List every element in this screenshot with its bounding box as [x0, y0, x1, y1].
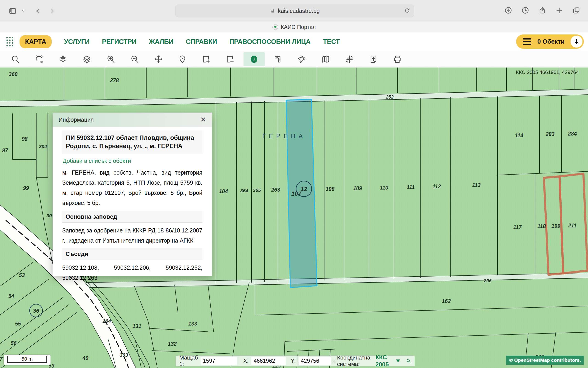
coordinate-search-icon[interactable]	[406, 357, 411, 365]
parcel-number-label: 283	[545, 131, 555, 137]
info-dialog-header[interactable]: Информация ✕	[53, 112, 212, 127]
parcel-number-label: 55	[15, 321, 21, 327]
parcel-number-label: 99	[23, 185, 29, 191]
nav-items: КАРТАУСЛУГИРЕГИСТРИЖАЛБИСПРАВКИПРАВОСПОС…	[19, 35, 340, 48]
parcel-number-label: 252	[386, 94, 394, 100]
tab-overview-icon[interactable]	[572, 6, 580, 14]
map-toolbar: i	[0, 51, 588, 67]
parcel-number-label: 56	[10, 340, 17, 346]
parcel-number-label: 211	[568, 223, 577, 229]
downloads-icon[interactable]	[504, 6, 512, 14]
url-text: kais.cadastre.bg	[278, 8, 320, 14]
parcel-number-label: 111	[407, 184, 415, 190]
selected-parcel[interactable]	[286, 99, 317, 288]
parcel-number-label: 365	[253, 187, 261, 193]
parcel-number-label: 199	[551, 223, 560, 229]
close-icon[interactable]: ✕	[200, 116, 206, 123]
parcel-number-label: 114	[515, 133, 524, 138]
lock-icon	[270, 8, 276, 14]
tool-coordinates-grid-icon[interactable]	[339, 52, 360, 66]
scale-bar-label: 50 m	[22, 356, 33, 362]
tool-pan-icon[interactable]	[148, 52, 169, 66]
add-to-objects-link[interactable]: Добави в списък с обекти	[63, 157, 131, 164]
parcel-number-label: 304	[39, 144, 47, 149]
parcel-number-label: 98	[22, 136, 28, 142]
tool-overview-map-icon[interactable]	[315, 52, 336, 66]
map-viewport[interactable]: 3602782529897304993010436436526310710810…	[0, 67, 588, 368]
tool-measure-length-icon[interactable]	[267, 52, 288, 66]
tool-zoom-out-icon[interactable]	[124, 52, 145, 66]
nav-item-тест[interactable]: ТЕСТ	[323, 38, 340, 46]
parcel-number-label: 132	[168, 341, 177, 347]
tool-zoom-in-icon[interactable]	[100, 52, 121, 66]
parcel-number-label: 104	[219, 188, 228, 194]
objects-pill[interactable]: 0 Обекти	[516, 35, 584, 49]
parcel-number-label: 113	[472, 182, 481, 188]
crs-label: Координатна система:	[337, 354, 372, 367]
parcel-number-label: 364	[240, 188, 248, 193]
share-icon[interactable]	[538, 6, 546, 14]
area-name-label: ГЕРЕНА	[262, 133, 306, 140]
scale-input[interactable]	[201, 357, 237, 365]
nav-item-справки[interactable]: СПРАВКИ	[186, 38, 217, 46]
crs-select-value[interactable]: ККС 2005	[376, 354, 392, 368]
collapse-circle[interactable]	[570, 36, 582, 47]
arrow-down-icon	[573, 38, 580, 45]
nav-item-карта[interactable]: КАРТА	[19, 35, 52, 48]
nav-item-услуги[interactable]: УСЛУГИ	[64, 38, 90, 46]
tool-layers-icon[interactable]	[76, 52, 97, 66]
parcel-number-label: 110	[380, 185, 388, 191]
y-coordinate-input[interactable]	[299, 357, 331, 365]
tool-export-icon[interactable]	[363, 52, 384, 66]
chevron-down-icon[interactable]	[21, 9, 26, 14]
reload-icon[interactable]	[404, 7, 411, 14]
tool-select-rect-add-icon[interactable]	[196, 52, 217, 66]
parcel-number-label: 303	[120, 352, 128, 358]
nav-item-регистри[interactable]: РЕГИСТРИ	[102, 38, 137, 46]
tool-search-icon[interactable]	[5, 52, 26, 66]
address-bar[interactable]: kais.cadastre.bg	[175, 5, 414, 17]
x-coordinate-input[interactable]	[251, 357, 286, 365]
hamburger-icon	[523, 38, 531, 45]
back-icon[interactable]	[34, 7, 42, 15]
parcel-number-label: 133	[188, 321, 197, 327]
tool-measure-area-icon[interactable]	[291, 52, 312, 66]
tool-print-icon[interactable]	[387, 52, 408, 66]
popup-section-text: 59032.12.108, 59032.12.206, 59032.12.252…	[62, 263, 202, 283]
tab-title: КАИС Портал	[281, 24, 316, 30]
nav-item-правоспособни-лица[interactable]: ПРАВОСПОСОБНИ ЛИЦА	[230, 38, 311, 46]
popup-section-title: Съседи	[62, 248, 202, 260]
parcel-number-label: 7	[0, 356, 3, 362]
x-label: X:	[243, 358, 248, 364]
parcel-number-label: 360	[9, 71, 18, 77]
popup-section-text: Заповед за одобрение на КККР РД-18-86/10…	[62, 225, 202, 246]
forward-icon[interactable]	[48, 7, 56, 15]
history-icon[interactable]	[521, 6, 529, 14]
portal-navbar: КАРТАУСЛУГИРЕГИСТРИЖАЛБИСПРАВКИПРАВОСПОС…	[0, 32, 588, 51]
site-favicon	[272, 24, 278, 30]
tab-bar[interactable]: КАИС Портал	[0, 22, 588, 32]
osm-attribution[interactable]: © OpenStreetMap contributors.	[506, 356, 584, 365]
parcel-number-label: 54	[8, 293, 14, 299]
apps-grid-icon[interactable]	[6, 37, 14, 47]
scale-label: Мащаб 1:	[179, 354, 198, 367]
sidebar-toggle-icon[interactable]	[9, 7, 17, 15]
nav-item-жалби[interactable]: ЖАЛБИ	[149, 38, 174, 46]
parcel-number-label: 97	[2, 147, 8, 153]
parcel-number-label: 30	[46, 213, 52, 218]
tool-locate-icon[interactable]	[172, 52, 193, 66]
tool-info-icon[interactable]: i	[243, 52, 265, 66]
parcel-description: м. ГЕРЕНА, вид собств. Частна, вид терит…	[62, 167, 202, 208]
info-dialog-title: Информация	[59, 117, 94, 123]
objects-count-label: 0 Обекти	[537, 38, 565, 45]
popup-section-title: Основна заповед	[62, 211, 202, 223]
tool-select-rect-remove-icon[interactable]	[220, 52, 241, 66]
browser-toolbar: kais.cadastre.bg	[0, 0, 588, 22]
tool-select-related-icon[interactable]	[28, 52, 50, 66]
parcel-number-label: 117	[513, 224, 522, 230]
new-tab-icon[interactable]	[555, 6, 563, 14]
crs-dropdown-caret[interactable]	[396, 359, 400, 362]
map-status-bar: Мащаб 1: X: Y: Координатна система: ККС …	[176, 356, 414, 366]
tool-basemaps-icon[interactable]	[52, 52, 74, 66]
popup-sections: Основна заповедЗаповед за одобрение на К…	[62, 211, 202, 283]
